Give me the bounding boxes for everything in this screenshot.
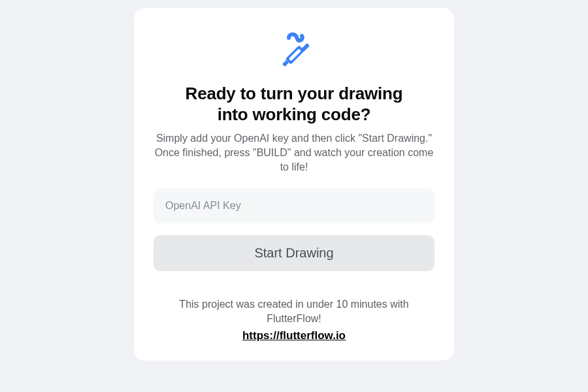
flutterflow-link[interactable]: https://flutterflow.io [242, 329, 346, 342]
design-pencil-icon [273, 30, 315, 74]
design-icon-wrap [154, 30, 434, 74]
card-heading: Ready to turn your drawing into working … [170, 84, 418, 125]
footer-text: This project was created in under 10 min… [170, 297, 418, 325]
start-drawing-button[interactable]: Start Drawing [154, 235, 434, 271]
card-subtext: Simply add your OpenAI key and then clic… [154, 131, 434, 174]
openai-api-key-input[interactable] [154, 188, 434, 223]
onboarding-card: Ready to turn your drawing into working … [134, 8, 454, 361]
